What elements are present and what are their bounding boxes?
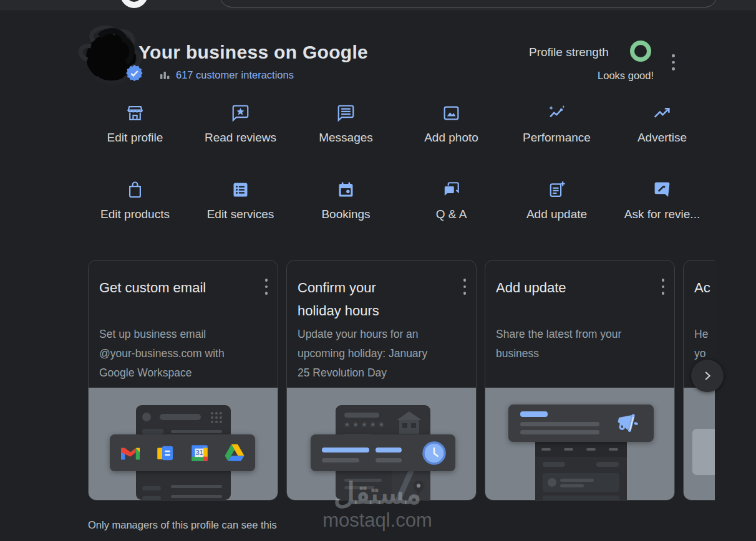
performance-button[interactable]: Performance (504, 103, 609, 145)
card-add-update[interactable]: Add update Share the latest from your bu… (485, 260, 675, 500)
header-more-options-button[interactable] (672, 54, 675, 70)
verified-badge-icon (125, 64, 143, 82)
trending-up-icon (652, 103, 672, 123)
messages-button[interactable]: Messages (293, 103, 399, 145)
card-more-options-button[interactable] (463, 279, 467, 295)
qa-button[interactable]: Q & A (399, 180, 504, 221)
recommendations-carousel[interactable]: Get custom email Set up business email @… (88, 260, 715, 501)
partial-illustration (684, 388, 715, 500)
customer-interactions-link[interactable]: 617 customer interactions (176, 69, 294, 81)
advertise-button[interactable]: Advertise (609, 103, 715, 145)
forum-icon (442, 180, 461, 199)
shopping-bag-icon (125, 180, 145, 199)
business-profile-logo-partial (120, 0, 148, 8)
add-photo-button[interactable]: Add photo (399, 103, 504, 145)
photo-icon (442, 103, 461, 123)
card-more-options-button[interactable] (662, 279, 665, 295)
top-app-bar (0, 0, 756, 11)
edit-services-button[interactable]: Edit services (188, 180, 293, 221)
calendar-icon (336, 180, 356, 199)
card-title: Add update (496, 276, 566, 299)
profile-strength-status: Looks good! (549, 70, 654, 82)
managers-only-note: Only managers of this profile can see th… (88, 519, 277, 531)
card-description: Share the latest from your business (496, 325, 641, 363)
megaphone-icon (614, 409, 641, 437)
chevron-right-icon (700, 369, 714, 383)
edit-products-button[interactable]: Edit products (82, 180, 188, 221)
profile-strength-donut (630, 41, 651, 62)
svg-text:31: 31 (195, 448, 203, 456)
workspace-illustration: 31 (89, 388, 278, 500)
card-title: Get custom email (99, 276, 206, 299)
quick-actions-row-1: Edit profile Read reviews Messages Add p… (82, 103, 715, 145)
card-title: Confirm your holiday hours (298, 276, 391, 322)
rate-review-icon (652, 180, 672, 199)
carousel-next-button[interactable] (691, 360, 724, 392)
clock-icon (422, 441, 447, 466)
add-update-button[interactable]: Add update (504, 180, 609, 221)
page-title: Your business on Google (138, 42, 368, 63)
google-calendar-icon: 31 (189, 443, 210, 464)
card-more-options-button[interactable] (265, 279, 268, 295)
list-box-icon (231, 180, 250, 199)
gmail-icon (119, 442, 142, 464)
card-description: Set up business email @your-business.com… (99, 325, 244, 383)
performance-sparkline-icon (547, 103, 566, 123)
card-title: Ac (694, 276, 710, 299)
storefront-icon (125, 103, 145, 123)
bar-chart-icon (160, 70, 170, 80)
profile-strength-label: Profile strength (529, 45, 609, 59)
card-description: Update your hours for an upcoming holida… (298, 325, 442, 383)
card-get-custom-email[interactable]: Get custom email Set up business email @… (88, 260, 278, 500)
card-description: He yo (694, 325, 715, 363)
add-update-illustration (485, 388, 674, 500)
search-input[interactable] (220, 0, 717, 7)
review-star-bubble-icon (231, 103, 250, 123)
read-reviews-button[interactable]: Read reviews (188, 103, 293, 145)
post-add-icon (547, 180, 566, 199)
google-drive-icon (223, 442, 246, 464)
message-bubble-icon (336, 103, 356, 123)
bookings-button[interactable]: Bookings (293, 180, 399, 221)
holiday-hours-illustration: ★★★★★ (287, 388, 476, 500)
quick-actions-row-2: Edit products Edit services Bookings Q &… (82, 180, 715, 221)
card-confirm-holiday-hours[interactable]: Confirm your holiday hours Update your h… (286, 260, 477, 500)
house-graphic (395, 410, 423, 435)
google-docs-icon (155, 443, 176, 464)
ask-for-reviews-button[interactable]: Ask for revie... (609, 180, 715, 221)
edit-profile-button[interactable]: Edit profile (82, 103, 188, 145)
